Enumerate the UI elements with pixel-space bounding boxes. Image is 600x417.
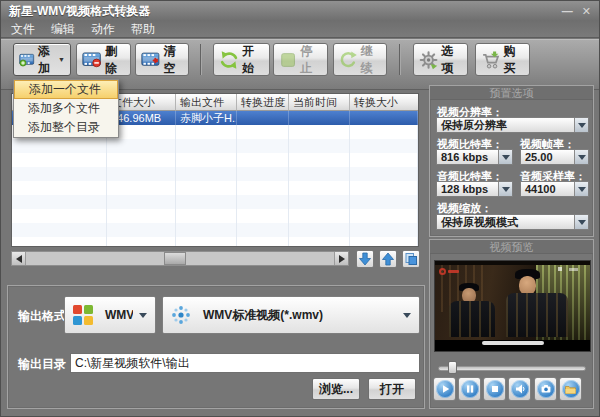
options-button-label: 选项 — [441, 43, 462, 77]
menu-item-add-one-file[interactable]: 添加一个文件 — [14, 80, 118, 99]
framerate-select[interactable]: 25.00 — [520, 149, 589, 165]
snapshot-button[interactable] — [534, 377, 557, 401]
delete-button[interactable]: 删除 — [76, 43, 131, 76]
output-dir-input[interactable] — [70, 353, 420, 373]
arrow-up-icon — [381, 252, 395, 266]
preset-panel-title: 预置选项 — [430, 86, 593, 100]
output-format-value: WMV视频 — [101, 307, 133, 324]
cell-progress — [237, 111, 289, 125]
volume-button[interactable] — [508, 377, 531, 401]
menu-item-add-directory[interactable]: 添加整个目录 — [14, 118, 118, 137]
add-button[interactable]: 添加 ▼ — [13, 43, 71, 76]
col-header-current-time[interactable]: 当前时间 — [289, 94, 350, 111]
preset-options-panel: 预置选项 视频分辨率： 保持原分辨率 视频比特率： 视频帧率： 816 kbps… — [429, 85, 594, 237]
video-bitrate-select[interactable]: 816 kbps — [436, 149, 513, 165]
menu-item-action[interactable]: 动作 — [91, 21, 115, 38]
start-button[interactable]: 开始 — [213, 43, 270, 76]
open-button[interactable]: 打开 — [368, 378, 416, 400]
film-clear-icon — [141, 50, 161, 70]
speaker-icon — [514, 383, 526, 395]
scroll-thumb[interactable] — [164, 252, 186, 265]
delete-button-label: 删除 — [105, 43, 125, 77]
play-icon — [439, 383, 451, 395]
chevron-down-icon — [574, 215, 588, 229]
minimize-button[interactable]: — — [562, 4, 573, 18]
chevron-down-icon — [574, 150, 588, 164]
app-window: 新星-WMV视频格式转换器 — ✕ 文件 编辑 动作 帮助 添加 ▼ 删除 清空… — [0, 0, 600, 417]
resume-icon — [339, 49, 358, 71]
pause-button[interactable] — [458, 377, 481, 401]
clear-button[interactable]: 清空 — [135, 43, 189, 76]
chevron-down-icon — [403, 313, 411, 318]
samplerate-select[interactable]: 44100 — [520, 181, 589, 197]
video-preview-panel: 视频预览 — [429, 239, 594, 409]
move-up-button[interactable] — [379, 250, 397, 268]
preview-panel-title: 视频预览 — [430, 240, 593, 254]
table-row-empty — [12, 167, 418, 181]
scroll-left-button[interactable] — [12, 252, 26, 265]
cell-current-time — [289, 111, 350, 125]
output-format-select[interactable]: WMV视频 — [64, 296, 156, 334]
open-folder-button[interactable] — [559, 377, 582, 401]
menu-item-edit[interactable]: 编辑 — [51, 21, 75, 38]
stop-playback-button[interactable] — [483, 377, 506, 401]
film-add-icon — [19, 50, 35, 70]
chevron-down-icon: ▼ — [58, 56, 65, 63]
shopping-cart-icon — [481, 49, 501, 71]
chevron-down-icon — [574, 118, 588, 132]
output-profile-select[interactable]: WMV标准视频(*.wmv) — [162, 296, 420, 334]
table-row-empty — [12, 153, 418, 167]
cell-output-file: 赤脚小子H... — [176, 111, 237, 125]
letterbox-bar — [435, 340, 590, 351]
resolution-value: 保持原分辨率 — [437, 118, 574, 133]
framerate-value: 25.00 — [521, 151, 574, 163]
slider-thumb[interactable] — [448, 361, 457, 374]
col-header-progress[interactable]: 转换进度 — [237, 94, 289, 111]
tv-watermark — [439, 268, 459, 275]
close-button[interactable]: ✕ — [582, 4, 591, 18]
table-row-empty — [12, 181, 418, 195]
video-scale-select[interactable]: 保持原视频模式 — [436, 214, 589, 230]
browse-button[interactable]: 浏览... — [312, 378, 360, 400]
seek-slider[interactable] — [438, 361, 586, 374]
video-preview-frame — [434, 260, 591, 352]
table-row-empty — [12, 237, 418, 247]
menu-item-help[interactable]: 帮助 — [131, 21, 155, 38]
play-button[interactable] — [433, 377, 456, 401]
pause-icon — [464, 383, 476, 395]
menu-item-file[interactable]: 文件 — [11, 21, 35, 38]
stop-button[interactable]: 停止 — [273, 43, 328, 76]
table-row-empty — [12, 195, 418, 209]
resume-button[interactable]: 继续 — [333, 43, 387, 76]
table-horizontal-scrollbar[interactable] — [11, 251, 349, 266]
options-button[interactable]: 选项 — [413, 43, 468, 76]
movie-still — [435, 265, 590, 340]
audio-bitrate-select[interactable]: 128 kbps — [436, 181, 513, 197]
stop-icon — [279, 50, 297, 70]
table-row-empty — [12, 223, 418, 237]
resolution-select[interactable]: 保持原分辨率 — [436, 117, 589, 133]
chevron-down-icon — [498, 150, 512, 164]
output-section: 输出格式： WMV视频 WMV标准视频(*.wmv) 输出目录： 浏览... 打… — [7, 285, 425, 409]
scroll-right-button[interactable] — [334, 252, 348, 265]
chevron-down-icon — [574, 182, 588, 196]
copy-icon — [404, 252, 418, 266]
arrow-down-icon — [358, 252, 372, 266]
add-dropdown-menu: 添加一个文件 添加多个文件 添加整个目录 — [13, 79, 119, 138]
buy-button[interactable]: 购买 — [475, 43, 530, 76]
menu-item-add-multiple-files[interactable]: 添加多个文件 — [14, 99, 118, 118]
window-title: 新星-WMV视频格式转换器 — [9, 3, 150, 20]
stop-button-label: 停止 — [300, 43, 322, 77]
chevron-down-icon — [139, 313, 147, 318]
video-scale-value: 保持原视频模式 — [437, 215, 574, 230]
add-button-label: 添加 — [38, 43, 54, 77]
move-down-button[interactable] — [356, 250, 374, 268]
audio-bitrate-value: 128 kbps — [437, 183, 498, 195]
start-button-label: 开始 — [242, 43, 264, 77]
slider-track[interactable] — [438, 366, 586, 371]
col-header-converted-size[interactable]: 转换大小 — [350, 94, 418, 111]
toolbar-separator — [399, 44, 401, 75]
col-header-output-file[interactable]: 输出文件 — [176, 94, 237, 111]
copy-list-button[interactable] — [402, 250, 420, 268]
arrow-left-icon — [16, 255, 22, 263]
